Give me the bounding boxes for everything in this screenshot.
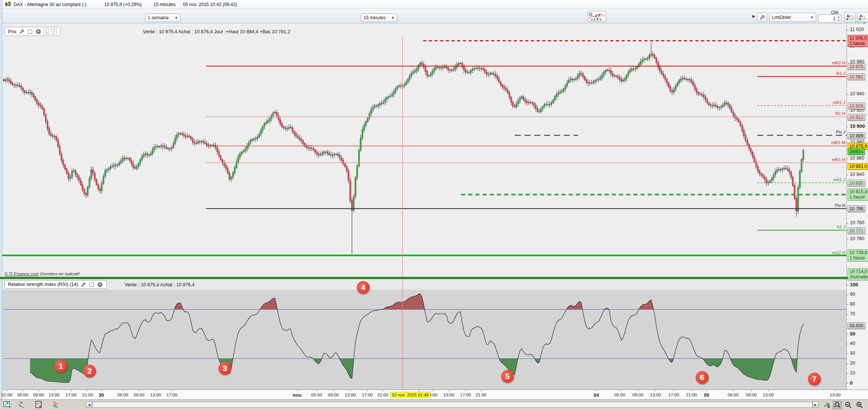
level-label: mS1 J [792,177,845,182]
time-label: 21:00 [82,393,93,397]
chart-style-button[interactable] [587,11,606,22]
rsi-tickmark [846,354,848,354]
time-label: 13:00 [763,393,774,397]
time-label: 17:00 [167,393,178,397]
time-tickmark [692,390,692,391]
price-quote-line: Vente : 10 875,4 Achat : 10 876,4 Jour :… [143,29,290,34]
rsi-tickmark [846,334,848,334]
mini-chart-icon [589,12,605,21]
annotation-circle-5[interactable]: 5 [501,370,514,383]
time-tickmark [23,390,23,391]
copyright-link[interactable]: © IT-Finance.com [5,272,39,276]
time-tickmark [466,390,466,391]
time-label: 09:00 [134,393,145,397]
sell-arrow-icon[interactable]: ↓ [43,29,49,34]
candlestick-icon [5,2,11,7]
order-book-icon[interactable] [51,401,60,408]
order-settings-button[interactable] [757,13,767,22]
time-label: 13:00 [650,393,661,397]
level-label: R1 J [792,71,845,76]
rsi-tick-label: 30 [850,351,855,356]
level-label: Piv H [792,203,845,208]
time-tickmark [638,390,638,391]
time-axis[interactable]: 01:0005:0009:0013:0017:0021:003005:0009:… [2,390,868,399]
wrench-icon[interactable] [19,28,25,34]
chart-scrollbar[interactable] [92,402,812,408]
range-select[interactable]: 1 semaine ▼ [145,14,181,22]
price-tickmark [846,30,848,30]
annotation-circle-2[interactable]: 2 [83,365,96,377]
rsi-tickmark [846,304,848,305]
buy-arrow-icon[interactable]: ↑ [51,29,57,34]
detach-window-icon[interactable] [89,281,95,287]
annotation-circle-3[interactable]: 3 [218,362,231,375]
time-label: 13:00 [49,393,60,397]
time-tickmark [835,390,836,391]
close-icon[interactable]: ✕ [97,281,103,287]
rsi-tickmark [846,295,848,295]
level-label: R1 H [792,111,845,116]
time-tickmark [768,390,769,391]
price-badge: 10 815,41 heure [848,188,868,200]
time-label: 05:00 [118,393,128,397]
titlebar: DAX - Allemagne 30 au comptant (-) 10 87… [2,0,868,9]
time-tickmark [733,390,733,391]
time-tickmark [350,390,351,391]
qty-input[interactable]: 1 ▲▼ [818,14,841,23]
annotation-circle-7[interactable]: 7 [808,373,821,385]
time-label: 21:00 [476,393,487,397]
external-chart-icon[interactable] [3,401,11,408]
refresh-data-icon[interactable] [17,401,25,408]
detach-window-icon[interactable] [27,28,33,34]
price-chart-area[interactable] [2,23,846,277]
timeframe-select[interactable]: 15 minutes ▼ [361,14,397,22]
time-tickmark [297,390,298,391]
annotation-circle-4[interactable]: 4 [357,281,370,294]
qty-stepper[interactable]: ▲▼ [837,15,840,22]
trading-report-icon[interactable] [35,401,43,408]
time-label: 13:00 [150,393,161,397]
time-tickmark [123,390,123,391]
close-icon[interactable]: ✕ [35,28,41,34]
price-tickmark [846,110,848,111]
time-tickmark [367,390,368,391]
order-type-select[interactable]: LmtOrder ▼ [769,13,816,22]
pan-zoom-icon[interactable] [833,401,842,409]
price-tickmark [846,158,848,159]
time-label: 05:00 [311,393,322,397]
timeframe-label: 15 minutes [153,2,176,7]
level-label: mR2 H [792,61,845,65]
annotation-circle-1[interactable]: 1 [54,360,67,373]
time-tickmark [333,390,334,391]
time-tickmark [419,390,419,391]
chart-settings-icon[interactable] [822,401,831,409]
time-label: 05:00 [728,393,739,397]
time-tickmark [383,390,383,391]
time-label: 05:00 [17,393,28,397]
annotation-circle-6[interactable]: 6 [696,371,709,384]
rsi-last-value-badge: 58,920 [848,322,865,329]
rsi-chart-area[interactable] [2,290,846,390]
scrollbar-right-arrow[interactable]: ▶ [812,402,818,408]
price-panel-title: Prix [8,29,16,34]
copyright: © IT-Finance.com Données en indicatif [5,272,79,276]
time-tickmark [7,390,7,391]
price-badge: 11 006,51 heure [848,35,868,47]
price-badge: 10 889 [848,132,865,139]
level-label: mR1 J [792,100,845,105]
level-label: mS2 H [792,250,845,255]
time-tickmark [88,390,88,391]
price-badge: 10 771 [848,227,865,234]
price-tick-label: 10 860 [850,155,864,161]
zoom-out-icon[interactable] [843,401,853,409]
collapse-arrow-icon[interactable]: ▶ [752,14,755,18]
time-label: 21:00 [686,393,697,397]
zoom-in-icon[interactable] [855,401,864,409]
scrollbar-left-arrow[interactable]: ◀ [86,402,92,408]
rsi-tickmark [846,344,848,344]
wrench-icon[interactable] [80,281,87,287]
rsi-tickmark [846,363,848,364]
trading-window: DAX - Allemagne 30 au comptant (-) 10 87… [0,0,868,410]
time-label: 17:00 [668,393,679,397]
time-tickmark [101,390,102,391]
